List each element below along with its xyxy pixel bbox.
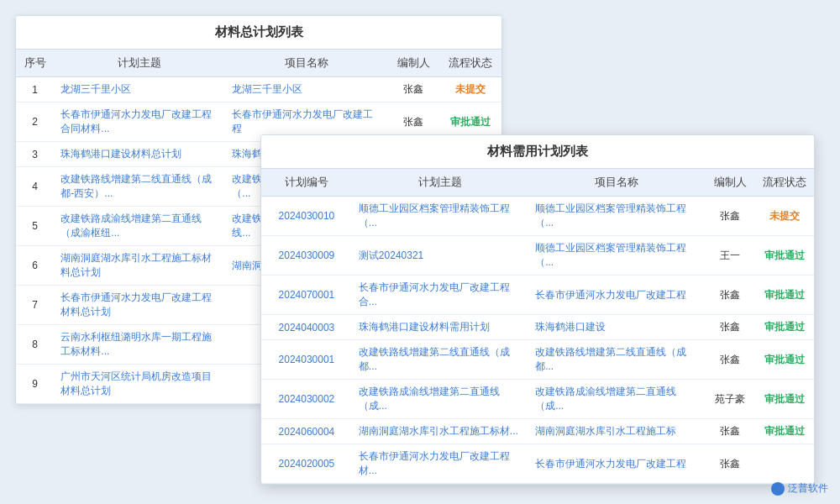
cell-author: 张鑫 — [706, 444, 755, 484]
table2-col-author: 编制人 — [706, 169, 755, 197]
cell-theme: 改建铁路线增建第二线直通线（成都... — [352, 340, 528, 380]
watermark: 泛普软件 — [771, 481, 828, 496]
table1-title: 材料总计划列表 — [16, 16, 501, 50]
table-row[interactable]: 2024040003 珠海鹤港口建设材料需用计划 珠海鹤港口建设 张鑫 审批通过 — [261, 315, 814, 340]
cell-status: 审批通过 — [755, 236, 814, 276]
cell-status — [755, 444, 814, 484]
cell-id: 7 — [16, 286, 54, 325]
cell-project: 龙湖三千里小区 — [225, 77, 387, 102]
table2-col-status: 流程状态 — [755, 169, 814, 197]
cell-author: 张鑫 — [706, 197, 755, 236]
table-row[interactable]: 2024030010 顺德工业园区档案管理精装饰工程（... 顺德工业园区档案管… — [261, 197, 814, 236]
cell-author: 苑子豪 — [706, 380, 755, 419]
table1-col-status: 流程状态 — [439, 50, 501, 77]
cell-theme: 珠海鹤港口建设材料总计划 — [54, 142, 225, 167]
cell-theme: 湖南洞庭湖水库引水工程施工标材料总计划 — [54, 246, 225, 286]
cell-code: 2024030009 — [261, 236, 352, 276]
cell-id: 2 — [16, 102, 54, 142]
cell-id: 5 — [16, 207, 54, 246]
table1-col-theme: 计划主题 — [54, 50, 225, 77]
table-row[interactable]: 1 龙湖三千里小区 龙湖三千里小区 张鑫 未提交 — [16, 77, 501, 102]
cell-code: 2024030001 — [261, 340, 352, 380]
cell-theme: 长春市伊通河水力发电厂改建工程合同材料... — [54, 102, 225, 142]
cell-project: 顺德工业园区档案管理精装饰工程（... — [528, 197, 705, 236]
cell-theme: 长春市伊通河水力发电厂改建工程合... — [352, 276, 528, 315]
cell-author: 张鑫 — [706, 340, 755, 380]
cell-theme: 长春市伊通河水力发电厂改建工程材... — [352, 444, 528, 484]
cell-id: 3 — [16, 142, 54, 167]
cell-id: 1 — [16, 77, 54, 102]
cell-theme: 顺德工业园区档案管理精装饰工程（... — [352, 197, 528, 236]
cell-status: 未提交 — [439, 77, 501, 102]
table2-col-project: 项目名称 — [528, 169, 705, 197]
cell-project: 湖南洞庭湖水库引水工程施工标 — [528, 419, 705, 444]
watermark-icon — [771, 482, 785, 496]
cell-code: 2024020005 — [261, 444, 352, 484]
cell-project: 改建铁路成渝线增建第二直通线（成... — [528, 380, 705, 419]
cell-status: 审批通过 — [755, 340, 814, 380]
cell-id: 4 — [16, 167, 54, 207]
cell-theme: 改建铁路成渝线增建第二直通线（成渝枢纽... — [54, 207, 225, 246]
table2-col-code: 计划编号 — [261, 169, 352, 197]
cell-author: 张鑫 — [706, 276, 755, 315]
cell-theme: 测试20240321 — [352, 236, 528, 276]
table2-header-row: 计划编号 计划主题 项目名称 编制人 流程状态 — [261, 169, 814, 197]
cell-id: 9 — [16, 365, 54, 404]
cell-code: 2024030002 — [261, 380, 352, 419]
cell-code: 2024040003 — [261, 315, 352, 340]
table-row[interactable]: 2024030001 改建铁路线增建第二线直通线（成都... 改建铁路线增建第二… — [261, 340, 814, 380]
cell-author: 王一 — [706, 236, 755, 276]
table1-col-project: 项目名称 — [225, 50, 387, 77]
cell-author: 张鑫 — [706, 315, 755, 340]
table2-col-theme: 计划主题 — [352, 169, 528, 197]
table2-title: 材料需用计划列表 — [261, 135, 814, 169]
table-row[interactable]: 2024030009 测试20240321 顺德工业园区档案管理精装饰工程（..… — [261, 236, 814, 276]
table1-col-author: 编制人 — [387, 50, 439, 77]
cell-theme: 湖南洞庭湖水库引水工程施工标材... — [352, 419, 528, 444]
table2-card: 材料需用计划列表 计划编号 计划主题 项目名称 编制人 流程状态 2024030… — [260, 134, 815, 485]
cell-theme: 广州市天河区统计局机房改造项目材料总计划 — [54, 365, 225, 404]
cell-code: 2024070001 — [261, 276, 352, 315]
cell-theme: 龙湖三千里小区 — [54, 77, 225, 102]
cell-status: 审批通过 — [755, 419, 814, 444]
cell-id: 6 — [16, 246, 54, 286]
cell-project: 长春市伊通河水力发电厂改建工程 — [528, 444, 705, 484]
cell-theme: 改建铁路线增建第二线直通线（成都-西安）... — [54, 167, 225, 207]
cell-theme: 云南水利枢纽潞明水库一期工程施工标材料... — [54, 325, 225, 365]
cell-project: 珠海鹤港口建设 — [528, 315, 705, 340]
table-row[interactable]: 2024020005 长春市伊通河水力发电厂改建工程材... 长春市伊通河水力发… — [261, 444, 814, 484]
cell-status: 审批通过 — [755, 276, 814, 315]
cell-theme: 长春市伊通河水力发电厂改建工程材料总计划 — [54, 286, 225, 325]
page-wrapper: 材料总计划列表 序号 计划主题 项目名称 编制人 流程状态 1 龙湖三千里小区 … — [0, 0, 840, 504]
table2: 计划编号 计划主题 项目名称 编制人 流程状态 2024030010 顺德工业园… — [261, 169, 814, 484]
cell-id: 8 — [16, 325, 54, 365]
cell-code: 2024060004 — [261, 419, 352, 444]
cell-status: 审批通过 — [755, 380, 814, 419]
cell-theme: 改建铁路成渝线增建第二直通线（成... — [352, 380, 528, 419]
table-row[interactable]: 2024030002 改建铁路成渝线增建第二直通线（成... 改建铁路成渝线增建… — [261, 380, 814, 419]
table-row[interactable]: 2024060004 湖南洞庭湖水库引水工程施工标材... 湖南洞庭湖水库引水工… — [261, 419, 814, 444]
cell-code: 2024030010 — [261, 197, 352, 236]
cell-project: 改建铁路线增建第二线直通线（成都... — [528, 340, 705, 380]
table-row[interactable]: 2024070001 长春市伊通河水力发电厂改建工程合... 长春市伊通河水力发… — [261, 276, 814, 315]
table1-header-row: 序号 计划主题 项目名称 编制人 流程状态 — [16, 50, 501, 77]
table1-col-id: 序号 — [16, 50, 54, 77]
watermark-text: 泛普软件 — [788, 481, 828, 496]
cell-project: 长春市伊通河水力发电厂改建工程 — [528, 276, 705, 315]
cell-author: 张鑫 — [706, 419, 755, 444]
cell-author: 张鑫 — [387, 77, 439, 102]
cell-project: 顺德工业园区档案管理精装饰工程（... — [528, 236, 705, 276]
cell-theme: 珠海鹤港口建设材料需用计划 — [352, 315, 528, 340]
cell-status: 审批通过 — [755, 315, 814, 340]
cell-status: 未提交 — [755, 197, 814, 236]
